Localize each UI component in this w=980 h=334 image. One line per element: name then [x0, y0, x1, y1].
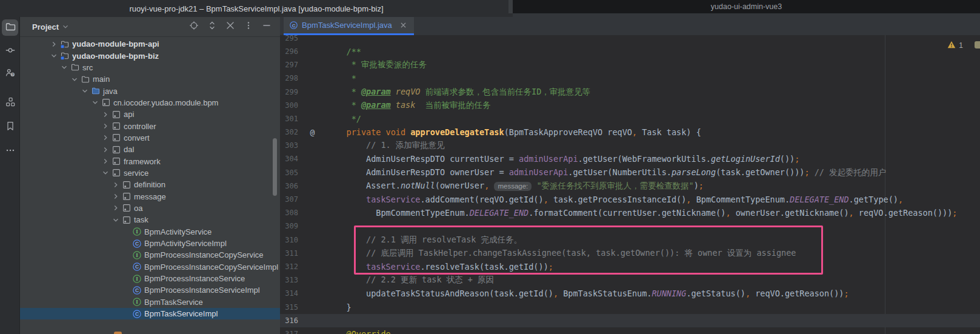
expand-button[interactable]	[207, 22, 217, 32]
tree-item-bpmprocessinstancecopyserviceimpl[interactable]: CBpmProcessInstanceCopyServiceImpl	[20, 261, 280, 273]
line-number: 298	[280, 74, 298, 82]
chevron-right-icon[interactable]	[100, 156, 110, 166]
tree-item-bpmprocessinstanceservice[interactable]: IBpmProcessInstanceService	[20, 273, 280, 284]
folder-icon	[69, 62, 81, 72]
chevron-right-icon[interactable]	[110, 180, 121, 190]
tree-item-task[interactable]: task	[20, 214, 280, 225]
tree-item-bpmprocessinstanceserviceimpl[interactable]: CBpmProcessInstanceServiceImpl	[20, 284, 280, 296]
tree-item-yudao-module-bpm-api[interactable]: yudao-module-bpm-api	[20, 38, 280, 50]
tree-item-label: BpmTaskService	[143, 298, 203, 307]
line-number: 296	[280, 47, 298, 56]
chevron-right-icon[interactable]	[110, 192, 121, 201]
code-line-308[interactable]: 308 BpmCommentTypeEnum.DELEGATE_END.form…	[280, 206, 980, 219]
project-tool-window: Project yudao-module-bpm-apiyudao-module…	[20, 17, 280, 334]
chevron-down-icon[interactable]	[48, 51, 59, 61]
line-number: 304	[280, 155, 298, 163]
chevron-down-icon[interactable]	[90, 98, 100, 107]
tree-scrollbar[interactable]	[273, 138, 277, 196]
code-line-306[interactable]: 306 Assert.notNull(ownerUser, message: "…	[280, 179, 980, 193]
chevron-down-icon[interactable]	[100, 168, 110, 178]
code-line-304[interactable]: 304 AdminUserRespDTO currentUser = admin…	[280, 152, 980, 165]
tree-item-bpmprocessinstancecopyservice[interactable]: IBpmProcessInstanceCopyService	[20, 249, 280, 261]
tree-item-convert[interactable]: convert	[20, 132, 280, 144]
tab-bpmtaskserviceimpl[interactable]: C BpmTaskServiceImpl.java	[284, 17, 414, 35]
tree-item-oa[interactable]: oa	[20, 202, 280, 214]
commit-icon	[5, 45, 16, 58]
hide-panel-button[interactable]	[261, 22, 272, 32]
chevron-down-icon[interactable]	[59, 62, 69, 72]
collapse-all-button[interactable]	[225, 22, 235, 32]
project-panel-title[interactable]: Project	[32, 22, 59, 32]
tree-item-message[interactable]: message	[20, 190, 280, 202]
code-line-300[interactable]: 300 * @param task 当前被审批的任务	[280, 99, 980, 112]
tree-item-service[interactable]: service	[20, 167, 280, 179]
tree-item-yudao-module-bpm-biz[interactable]: yudao-module-bpm-biz	[20, 50, 280, 61]
tree-item-label: api	[122, 110, 134, 119]
code-line-298[interactable]: 298 *	[280, 72, 980, 85]
interface-icon: I	[131, 250, 143, 260]
chevron-down-icon[interactable]	[79, 86, 90, 96]
inspection-widget[interactable]: 1	[947, 40, 963, 51]
class-icon: C	[131, 309, 143, 319]
tab-label: BpmTaskServiceImpl.java	[302, 21, 392, 30]
line-number: 317	[280, 330, 298, 334]
tree-item-controller[interactable]: controller	[20, 120, 280, 132]
chevron-right-icon[interactable]	[110, 203, 121, 213]
structure-tool-button[interactable]	[2, 95, 18, 111]
annotation-gutter-icon[interactable]: @	[298, 128, 327, 137]
more-tools-button[interactable]	[2, 143, 18, 159]
tree-item-label: BpmActivityService	[143, 227, 212, 236]
chevron-right-icon[interactable]	[100, 145, 110, 155]
tree-item-java[interactable]: java	[20, 85, 280, 96]
code-line-317[interactable]: 317 @Override	[280, 327, 980, 334]
panel-options-button[interactable]	[243, 22, 253, 32]
bookmarks-tool-button[interactable]	[2, 119, 18, 135]
code-line-302[interactable]: 302@ private void approveDelegateTask(Bp…	[280, 125, 980, 139]
tree-item-label: dal	[122, 145, 134, 154]
tree-item-cn.iocoder.yudao.module.bpm[interactable]: cn.iocoder.yudao.module.bpm	[20, 97, 280, 109]
code-line-303[interactable]: 303 // 1. 添加审批意见	[280, 139, 980, 152]
code-line-316[interactable]: 316	[280, 314, 980, 327]
chevron-right-icon[interactable]	[100, 110, 110, 119]
tree-item-dal[interactable]: dal	[20, 144, 280, 155]
code-line-295[interactable]: 295	[280, 35, 980, 45]
code-line-297[interactable]: 297 * 审批被委派的任务	[280, 58, 980, 72]
project-tool-button[interactable]	[2, 19, 18, 36]
code-line-299[interactable]: 299 * @param reqVO 前端请求参数，包含当前任务ID，审批意见等	[280, 85, 980, 98]
line-number: 314	[280, 289, 298, 298]
code-editor[interactable]: 295296 /**297 * 审批被委派的任务298 *299 * @para…	[280, 35, 980, 334]
package-icon	[121, 203, 133, 213]
code-line-307[interactable]: 307 taskService.addComment(reqVO.getId()…	[280, 193, 980, 206]
package-icon	[110, 156, 122, 166]
svg-text:?: ?	[12, 72, 13, 76]
commit-tool-button[interactable]	[2, 43, 18, 59]
chevron-right-icon[interactable]	[48, 39, 59, 49]
code-line-301[interactable]: 301 */	[280, 112, 980, 125]
tree-item-framework[interactable]: framework	[20, 155, 280, 167]
tree-item-bpmactivityservice[interactable]: IBpmActivityService	[20, 226, 280, 238]
code-line-315[interactable]: 315 }	[280, 300, 980, 313]
tree-item-definition[interactable]: definition	[20, 179, 280, 190]
tree-item-bpmtaskserviceimpl[interactable]: CBpmTaskServiceImpl	[20, 308, 280, 319]
line-number: 316	[280, 316, 298, 325]
tree-item-src[interactable]: src	[20, 62, 280, 73]
locate-file-button[interactable]	[188, 22, 199, 32]
chevron-down-icon[interactable]	[110, 215, 121, 225]
chevron-down-icon[interactable]	[69, 75, 79, 84]
code-line-313[interactable]: 313 // 2.2 更新 task 状态 + 原因	[280, 273, 980, 287]
pull-requests-tool-button[interactable]: ?	[2, 65, 18, 82]
tree-item-bpmtaskservice[interactable]: IBpmTaskService	[20, 296, 280, 308]
tree-item-bpmactivityserviceimpl[interactable]: CBpmActivityServiceImpl	[20, 238, 280, 249]
chevron-right-icon[interactable]	[100, 121, 110, 131]
tree-item-main[interactable]: main	[20, 73, 280, 85]
code-line-296[interactable]: 296 /**	[280, 45, 980, 58]
line-number: 311	[280, 249, 298, 258]
code-line-314[interactable]: 314 updateTaskStatusAndReason(task.getId…	[280, 287, 980, 300]
package-icon	[100, 98, 112, 107]
code-text: }	[327, 302, 352, 312]
close-icon[interactable]	[399, 21, 408, 30]
code-line-305[interactable]: 305 AdminUserRespDTO ownerUser = adminUs…	[280, 166, 980, 179]
tree-item-api[interactable]: api	[20, 109, 280, 120]
chevron-right-icon[interactable]	[100, 133, 110, 142]
line-number: 305	[280, 169, 298, 177]
